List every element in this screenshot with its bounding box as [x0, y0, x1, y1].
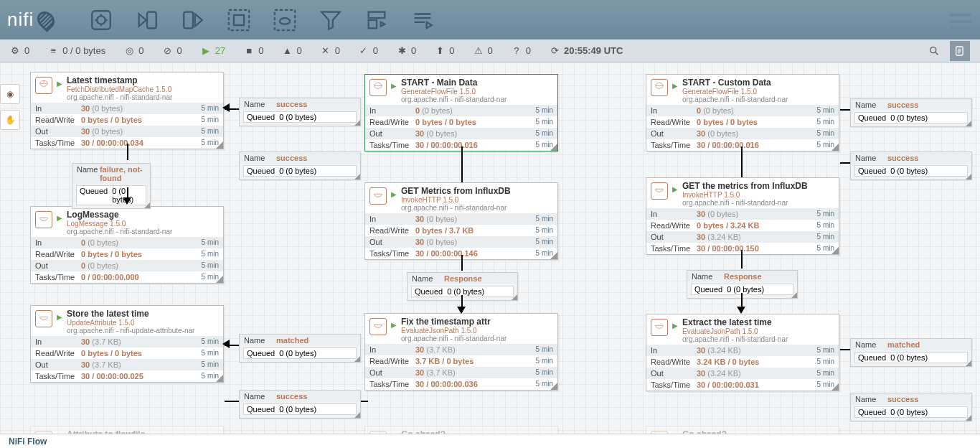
- global-menu-icon[interactable]: [950, 10, 971, 33]
- breadcrumb-root[interactable]: NiFi Flow: [9, 437, 47, 447]
- status-not-transmitting: ⊘0: [162, 45, 182, 56]
- status-threads: ⚙0: [10, 45, 29, 56]
- arrow-line: [840, 162, 850, 164]
- processor-bundle: org.apache.nifi - nifi-standard-nar: [401, 204, 511, 212]
- svg-rect-4: [234, 14, 244, 24]
- add-funnel-icon[interactable]: [318, 7, 344, 33]
- processor-type: EvaluateJsonPath 1.5.0: [401, 327, 507, 335]
- connection-matched-2[interactable]: Namematched Queued0 (0 bytes): [850, 338, 972, 367]
- connection-success-3[interactable]: Namesuccess Queued0 (0 bytes): [239, 390, 361, 419]
- processor-start-custom-data[interactable]: ▶ START - Custom Data GenerateFlowFile 1…: [646, 74, 839, 151]
- add-label-icon[interactable]: [410, 7, 435, 33]
- svg-rect-7: [369, 20, 377, 28]
- logo: nifi: [7, 9, 54, 31]
- connection-success-6[interactable]: Namesuccess Queued0 (0 bytes): [850, 393, 972, 421]
- run-status-icon: ▶: [57, 313, 62, 321]
- processor-icon: [369, 79, 387, 96]
- processor-bundle: org.apache.nifi - nifi-update-attribute-…: [67, 327, 194, 335]
- operate-palette: ◉ ✋: [0, 84, 20, 130]
- search-button[interactable]: [924, 41, 944, 61]
- status-disabled: ✕0: [321, 45, 340, 56]
- processor-type: UpdateAttribute 1.5.0: [67, 319, 194, 327]
- processor-bundle: org.apache.nifi - nifi-standard-nar: [682, 95, 788, 103]
- processor-start-main-data[interactable]: ▶ START - Main Data GenerateFlowFile 1.5…: [364, 74, 558, 151]
- processor-get-metrics-influxdb[interactable]: ▶ GET Metrics from InfluxDB InvokeHTTP 1…: [364, 182, 558, 260]
- processor-icon: [35, 77, 52, 94]
- run-status-icon: ▶: [391, 190, 397, 198]
- connection-matched-1[interactable]: Namematched Queued0 (0 bytes): [239, 334, 361, 363]
- run-status-icon: ▶: [391, 321, 397, 329]
- processor-latest-timestamp[interactable]: ▶ Latest timestamp FetchDistributedMapCa…: [30, 72, 224, 149]
- processor-bundle: org.apache.nifi - nifi-standard-nar: [67, 228, 172, 235]
- run-status-icon: ▶: [57, 80, 62, 88]
- processor-icon: [35, 310, 52, 327]
- processor-title: Fix the timestamp attr: [401, 317, 507, 327]
- processor-title: Extract the latest time: [682, 317, 788, 327]
- arrow-line: [361, 401, 368, 402]
- connection-success-4[interactable]: Namesuccess Queued0 (0 bytes): [850, 98, 972, 127]
- processor-type: GenerateFlowFile 1.5.0: [401, 88, 507, 95]
- breadcrumb-bar: NiFi Flow: [0, 434, 980, 448]
- processor-type: EvaluateJsonPath 1.5.0: [682, 327, 788, 335]
- processor-attribute-to-flowfile[interactable]: ▶ Attribute to flowfile ReplaceText 1.5.…: [30, 426, 224, 434]
- svg-rect-5: [275, 9, 295, 29]
- connection-success-1[interactable]: Namesuccess Queued0 (0 bytes): [239, 98, 361, 126]
- status-invalid: ▲0: [282, 45, 301, 56]
- arrow-line: [127, 144, 128, 160]
- operate-tool-icon[interactable]: ✋: [0, 110, 20, 130]
- processor-type: FetchDistributedMapCache 1.5.0: [67, 85, 172, 93]
- add-process-group-icon[interactable]: [226, 7, 252, 33]
- processor-bundle: org.apache.nifi - nifi-standard-nar: [401, 335, 507, 342]
- connection-success-2[interactable]: Namesuccess Queued0 (0 bytes): [239, 151, 361, 180]
- processor-logmessage[interactable]: ▶ LogMessage LogMessage 1.5.0 org.apache…: [30, 206, 224, 284]
- arrow-head-icon: [222, 340, 230, 348]
- arrow-head-icon: [457, 307, 466, 314]
- processor-go-ahead-2[interactable]: ▶ Go ahead? RouteOnAttribute 1.5.0: [646, 426, 839, 434]
- processor-icon: [651, 182, 668, 200]
- processor-get-the-metrics-influxdb[interactable]: ▶ GET the metrics from InfluxDB InvokeHT…: [646, 177, 839, 255]
- add-processor-icon[interactable]: [88, 7, 114, 33]
- svg-rect-6: [369, 11, 385, 18]
- connection-failure-notfound[interactable]: Namefailure, not-found Queued0 (0 bytes): [72, 163, 151, 209]
- processor-title: START - Custom Data: [682, 78, 788, 88]
- connection-success-5[interactable]: Namesuccess Queued0 (0 bytes): [850, 151, 972, 180]
- processor-type: GenerateFlowFile 1.5.0: [682, 88, 788, 95]
- status-stopped: ■0: [244, 45, 263, 56]
- navigate-tool-icon[interactable]: ◉: [0, 84, 20, 104]
- processor-icon: [369, 187, 387, 205]
- svg-rect-3: [229, 9, 249, 29]
- arrow-line: [741, 146, 743, 177]
- processor-go-ahead-1[interactable]: ▶ Go ahead? RouteOnAttribute 1.5.0: [364, 426, 558, 434]
- processor-icon: [651, 79, 668, 96]
- status-running: ▶27: [201, 45, 225, 56]
- run-status-icon: ▶: [57, 214, 62, 222]
- run-status-icon: ▶: [672, 185, 678, 193]
- flow-canvas[interactable]: ◉ ✋ ▶ Latest timestamp FetchDistributedM…: [0, 62, 980, 434]
- processor-type: InvokeHTTP 1.5.0: [401, 196, 511, 204]
- arrow-line: [461, 146, 463, 182]
- arrow-line: [461, 255, 463, 271]
- status-bar: ⚙0 ≡0 / 0 bytes ◎0 ⊘0 ▶27 ■0 ▲0 ✕0 ✓0 ✱0…: [0, 39, 980, 62]
- bulletin-button[interactable]: [950, 41, 970, 61]
- processor-fix-timestamp-attr[interactable]: ▶ Fix the timestamp attr EvaluateJsonPat…: [364, 313, 558, 391]
- status-unknown: ?0: [512, 45, 531, 56]
- arrow-head-icon: [123, 197, 131, 205]
- processor-extract-latest-time[interactable]: ▶ Extract the latest time EvaluateJsonPa…: [646, 314, 839, 391]
- logo-drop-icon: [34, 8, 58, 32]
- svg-rect-0: [93, 11, 111, 29]
- add-output-port-icon[interactable]: [180, 7, 206, 33]
- processor-store-latest-time[interactable]: ▶ Store the latest time UpdateAttribute …: [30, 305, 224, 383]
- add-remote-group-icon[interactable]: [272, 7, 298, 33]
- processor-title: LogMessage: [67, 210, 172, 220]
- arrow-line: [225, 401, 239, 402]
- status-locally-modified: ✱0: [397, 45, 416, 56]
- processor-icon: [651, 319, 668, 336]
- processor-title: GET Metrics from InfluxDB: [401, 186, 511, 196]
- processor-type: LogMessage 1.5.0: [67, 220, 172, 228]
- component-toolbar: [88, 7, 435, 33]
- arrow-line: [840, 349, 850, 350]
- add-template-icon[interactable]: [364, 7, 390, 33]
- run-status-icon: ▶: [672, 322, 678, 330]
- add-input-port-icon[interactable]: [134, 7, 160, 33]
- status-refresh[interactable]: ⟳20:55:49 UTC: [550, 45, 623, 56]
